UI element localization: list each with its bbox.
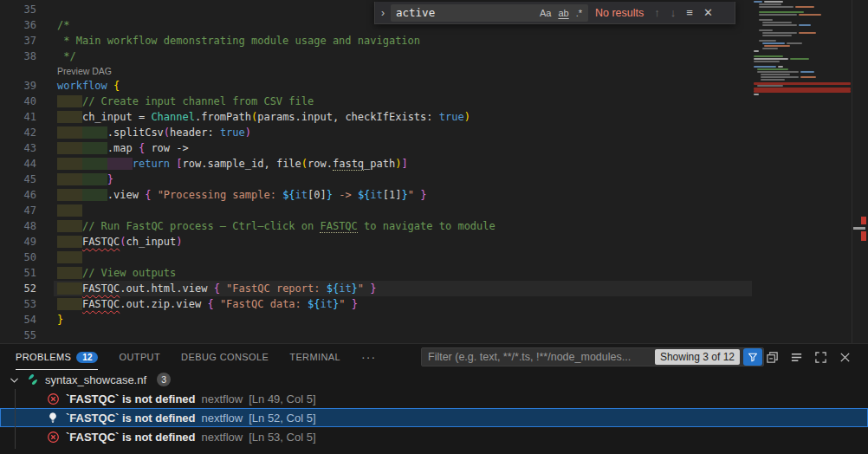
minimap-error-line	[754, 90, 851, 93]
code-text: .map { row ->	[36, 140, 189, 156]
code-line[interactable]: 40 // Create input channel from CSV file	[0, 94, 752, 109]
code-region[interactable]: 3536/*37 * Main workflow demonstrating m…	[0, 0, 752, 343]
problem-location: [Ln 49, Col 5]	[249, 392, 315, 405]
panel-tab-debug-console[interactable]: DEBUG CONSOLE	[181, 344, 269, 370]
code-line[interactable]: 43 .map { row ->	[0, 140, 752, 156]
problems-filter-input[interactable]: Filter (e.g. text, **/*.ts, !**/node_mod…	[421, 347, 764, 366]
maximize-panel-button[interactable]	[813, 349, 828, 365]
view-as-table-button[interactable]	[788, 349, 804, 365]
code-line[interactable]: 55	[0, 328, 752, 343]
minimap-code-line	[762, 24, 797, 26]
minimap-code-line	[800, 76, 816, 78]
minimap-code-line	[759, 11, 804, 13]
line-number: 38	[0, 49, 36, 64]
problems-tree[interactable]: syntax_showcase.nf 3 `FASTQC` is not def…	[0, 370, 868, 454]
codelens-preview-dag[interactable]: Preview DAG	[57, 64, 752, 78]
line-number: 36	[0, 17, 36, 33]
chevron-down-icon[interactable]	[7, 373, 21, 386]
line-number: 48	[0, 218, 36, 234]
minimap-code-line	[754, 58, 788, 60]
problem-source: nextflow	[202, 412, 243, 425]
find-widget: › active Aa ab .* No results ↑ ↓ ≡ ✕	[374, 2, 735, 24]
toggle-replace-chevron-icon[interactable]: ›	[375, 7, 391, 19]
code-line[interactable]: 50	[0, 250, 752, 265]
panel-tab-problems[interactable]: PROBLEMS12	[16, 344, 98, 370]
line-number: 42	[0, 125, 36, 140]
code-line[interactable]: 39workflow {	[0, 78, 752, 94]
code-text: .splitCsv(header: true)	[36, 125, 251, 140]
minimap[interactable]	[752, 0, 852, 343]
panel-tab-overflow[interactable]: ···	[361, 344, 376, 370]
line-number: 45	[0, 172, 36, 187]
code-line[interactable]: 52 FASTQC.out.html.view { "FastQC report…	[0, 281, 752, 296]
close-panel-button[interactable]	[837, 349, 852, 365]
find-next-button[interactable]: ↓	[670, 6, 677, 19]
match-case-toggle[interactable]: Aa	[537, 7, 554, 19]
minimap-code-line	[799, 32, 816, 34]
regex-toggle[interactable]: .*	[573, 7, 585, 19]
minimap-code-line	[778, 66, 783, 68]
code-line[interactable]: 42 .splitCsv(header: true)	[0, 125, 752, 140]
minimap-code-line	[795, 6, 814, 8]
code-text	[36, 250, 82, 265]
find-input[interactable]: active Aa ab .*	[391, 4, 588, 22]
code-line[interactable]: 41 ch_input = Channel.fromPath(params.in…	[0, 109, 752, 125]
code-text: // View outputs	[36, 265, 176, 281]
code-text: */	[36, 49, 76, 64]
code-text: FASTQC.out.html.view { "FastQC report: $…	[36, 281, 377, 296]
line-number: 51	[0, 265, 36, 281]
code-line[interactable]: 38 */	[0, 49, 752, 64]
find-in-selection-toggle[interactable]: ≡	[686, 6, 693, 19]
whole-word-toggle[interactable]: ab	[555, 7, 571, 19]
find-query-text[interactable]: active	[396, 6, 535, 19]
code-line[interactable]: 54}	[0, 312, 752, 328]
tree-indent-guide	[15, 389, 16, 449]
code-text: /*	[36, 17, 69, 33]
line-number: 40	[0, 94, 36, 109]
collapse-all-button[interactable]	[764, 349, 780, 365]
code-line[interactable]: 37 * Main workflow demonstrating module …	[0, 33, 752, 49]
line-number: 47	[0, 203, 36, 218]
line-number: 41	[0, 109, 36, 125]
find-previous-button[interactable]: ↑	[654, 6, 660, 19]
line-number: 44	[0, 156, 36, 172]
code-text: FASTQC(ch_input)	[36, 234, 183, 250]
minimap-code-line	[800, 71, 814, 73]
code-line[interactable]: 49 FASTQC(ch_input)	[0, 234, 752, 250]
minimap-code-line	[799, 24, 811, 26]
code-text: }	[36, 312, 63, 328]
panel-tab-output[interactable]: OUTPUT	[119, 344, 160, 370]
filter-funnel-button[interactable]	[743, 348, 762, 366]
code-line[interactable]: 44 return [row.sample_id, file(row.fastq…	[0, 156, 752, 172]
minimap-code-line	[757, 85, 783, 87]
code-line[interactable]: 51 // View outputs	[0, 265, 752, 281]
code-line[interactable]: 46 .view { "Processing sample: ${it[0]} …	[0, 187, 752, 203]
minimap-code-line	[754, 50, 759, 52]
code-text	[36, 328, 57, 343]
line-number: 35	[0, 2, 36, 17]
code-text: }	[36, 172, 113, 187]
line-number: 53	[0, 296, 36, 312]
problem-row[interactable]: `FASTQC` is not definednextflow[Ln 53, C…	[0, 427, 868, 446]
code-editor[interactable]: 3536/*37 * Main workflow demonstrating m…	[0, 0, 868, 343]
code-line[interactable]: 47	[0, 203, 752, 218]
code-line[interactable]: 45 }	[0, 172, 752, 187]
code-text: // Create input channel from CSV file	[36, 94, 314, 109]
problems-group-header[interactable]: syntax_showcase.nf 3	[0, 370, 868, 389]
line-number: 46	[0, 187, 36, 203]
problem-row[interactable]: `FASTQC` is not definednextflow[Ln 52, C…	[0, 408, 868, 427]
panel-actions	[764, 344, 852, 370]
code-line[interactable]: 53 FASTQC.out.zip.view { "FastQC data: $…	[0, 296, 752, 312]
minimap-code-line	[762, 48, 778, 49]
code-line[interactable]: 48 // Run FastQC process – Ctrl–click on…	[0, 218, 752, 234]
find-close-button[interactable]: ✕	[703, 6, 713, 19]
minimap-code-line	[762, 42, 785, 44]
overview-ruler[interactable]	[852, 0, 868, 343]
minimap-code-line	[759, 40, 776, 42]
minimap-code-line	[759, 19, 773, 21]
problem-row[interactable]: `FASTQC` is not definednextflow[Ln 49, C…	[0, 389, 868, 408]
panel-tab-terminal[interactable]: TERMINAL	[289, 344, 340, 370]
panel-tabs: PROBLEMS12OUTPUTDEBUG CONSOLETERMINAL···	[0, 344, 397, 370]
problems-tab-badge: 12	[76, 352, 98, 363]
minimap-code-line	[764, 1, 783, 3]
